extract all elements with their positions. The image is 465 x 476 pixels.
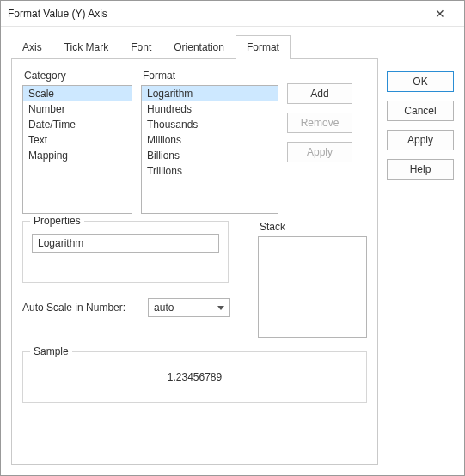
- properties-legend: Properties: [30, 215, 84, 227]
- properties-fieldset: Properties Logarithm: [22, 221, 229, 283]
- format-action-column: Add Remove Apply: [287, 83, 352, 162]
- apply-button[interactable]: Apply: [387, 130, 454, 150]
- category-item-text[interactable]: Text: [23, 132, 132, 148]
- properties-input[interactable]: Logarithm: [32, 234, 219, 253]
- category-label: Category: [24, 70, 132, 82]
- category-item-scale[interactable]: Scale: [23, 86, 132, 101]
- autoscale-row: Auto Scale in Number: auto: [22, 298, 246, 317]
- apply-format-button[interactable]: Apply: [287, 142, 352, 162]
- titlebar: Format Value (Y) Axis ✕: [1, 1, 464, 27]
- window-title: Format Value (Y) Axis: [8, 8, 423, 20]
- autoscale-value: auto: [154, 302, 174, 314]
- main-column: Axis Tick Mark Font Orientation Format C…: [11, 35, 378, 465]
- stack-listbox[interactable]: [258, 236, 367, 338]
- dialog-button-column: OK Cancel Apply Help: [387, 35, 454, 465]
- close-icon[interactable]: ✕: [423, 7, 457, 21]
- sample-value: 1.23456789: [32, 364, 358, 383]
- format-item-millions[interactable]: Millions: [142, 132, 278, 148]
- category-item-datetime[interactable]: Date/Time: [23, 117, 132, 132]
- format-item-billions[interactable]: Billions: [142, 148, 278, 163]
- tab-format[interactable]: Format: [236, 35, 291, 59]
- help-button[interactable]: Help: [387, 159, 454, 180]
- properties-value: Logarithm: [38, 237, 83, 249]
- tab-font[interactable]: Font: [119, 35, 162, 59]
- category-listbox[interactable]: Scale Number Date/Time Text Mapping: [22, 85, 132, 214]
- remove-button[interactable]: Remove: [287, 113, 352, 133]
- add-button[interactable]: Add: [287, 83, 352, 104]
- stack-label: Stack: [260, 221, 367, 233]
- tab-tick-mark[interactable]: Tick Mark: [53, 35, 120, 59]
- sample-fieldset: Sample 1.23456789: [22, 351, 367, 403]
- autoscale-label: Auto Scale in Number:: [22, 302, 125, 314]
- tab-axis[interactable]: Axis: [11, 35, 53, 59]
- category-item-number[interactable]: Number: [23, 101, 132, 117]
- category-item-mapping[interactable]: Mapping: [23, 148, 132, 163]
- format-item-hundreds[interactable]: Hundreds: [142, 101, 278, 117]
- format-listbox[interactable]: Logarithm Hundreds Thousands Millions Bi…: [141, 85, 278, 214]
- tab-panel-format: Category Scale Number Date/Time Text Map…: [11, 59, 378, 465]
- format-item-logarithm[interactable]: Logarithm: [142, 86, 278, 101]
- stack-panel: Stack: [258, 221, 367, 338]
- tab-orientation[interactable]: Orientation: [162, 35, 236, 59]
- sample-legend: Sample: [30, 345, 72, 357]
- cancel-button[interactable]: Cancel: [387, 101, 454, 121]
- format-item-thousands[interactable]: Thousands: [142, 117, 278, 132]
- dialog-window: Format Value (Y) Axis ✕ Axis Tick Mark F…: [0, 0, 465, 476]
- ok-button[interactable]: OK: [387, 71, 454, 92]
- autoscale-select[interactable]: auto: [148, 298, 230, 317]
- dialog-body: Axis Tick Mark Font Orientation Format C…: [1, 27, 464, 475]
- tab-strip: Axis Tick Mark Font Orientation Format: [11, 35, 378, 59]
- format-item-trillions[interactable]: Trillions: [142, 163, 278, 179]
- format-label: Format: [143, 70, 278, 82]
- format-group: Format Logarithm Hundreds Thousands Mill…: [141, 68, 278, 214]
- chevron-down-icon: [217, 306, 224, 310]
- category-group: Category Scale Number Date/Time Text Map…: [22, 68, 132, 214]
